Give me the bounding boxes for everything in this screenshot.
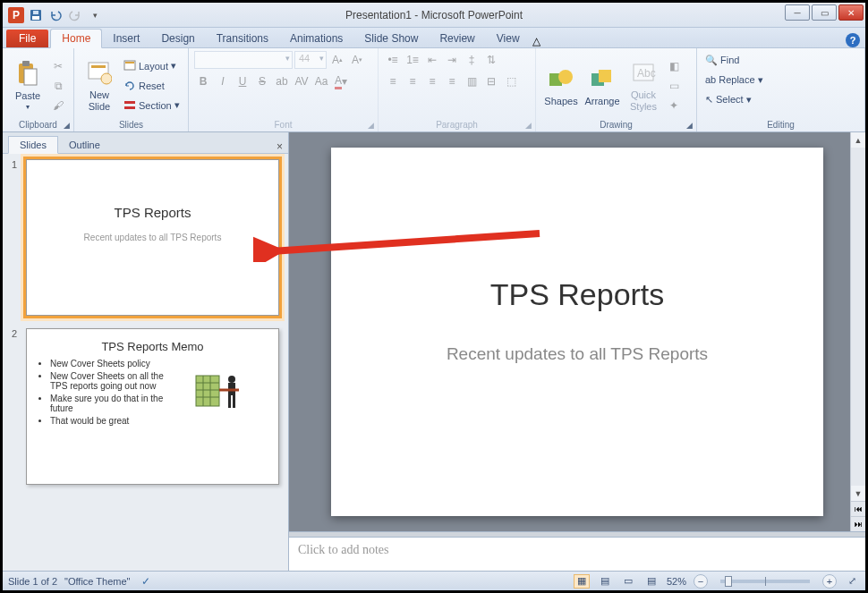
italic-icon[interactable]: I [214, 72, 232, 90]
minimize-button[interactable]: ─ [785, 4, 810, 21]
zoom-out-button[interactable]: − [694, 574, 708, 589]
ribbon: Paste ▾ ✂ ⧉ 🖌 Clipboard◢ New Slide Layou… [3, 48, 865, 132]
undo-icon[interactable] [47, 7, 64, 23]
new-slide-button[interactable]: New Slide [80, 57, 119, 113]
maximize-button[interactable]: ▭ [812, 4, 837, 21]
help-icon[interactable]: ? [846, 33, 860, 47]
reset-button[interactable]: Reset [121, 77, 183, 95]
close-button[interactable]: ✕ [838, 4, 864, 21]
numbering-icon[interactable]: 1≡ [404, 51, 421, 69]
underline-icon[interactable]: U [234, 72, 251, 90]
shadow-icon[interactable]: ab [273, 72, 291, 90]
slide-subtitle[interactable]: Recent updates to all TPS Reports [331, 344, 823, 364]
close-panel-icon[interactable]: × [277, 140, 283, 153]
thumb2-bullets: New Cover Sheets policy New Cover Sheets… [38, 359, 171, 428]
scroll-up-icon[interactable]: ▲ [851, 132, 865, 148]
thumbnail-list: 1 TPS Reports Recent updates to all TPS … [3, 154, 288, 571]
outline-tab[interactable]: Outline [58, 137, 111, 153]
tab-view[interactable]: View [486, 30, 531, 47]
spacing-icon[interactable]: AV [293, 72, 311, 90]
layout-button[interactable]: Layout ▾ [121, 57, 183, 75]
tab-insert[interactable]: Insert [102, 30, 150, 47]
replace-button[interactable]: abReplace ▾ [702, 71, 859, 89]
change-case-icon[interactable]: Aa [312, 72, 330, 90]
sorter-view-icon[interactable]: ▤ [597, 574, 613, 589]
qat-customize-icon[interactable]: ▾ [87, 7, 103, 23]
format-painter-icon[interactable]: 🖌 [49, 97, 67, 114]
text-direction-icon[interactable]: ⇅ [482, 51, 500, 69]
tab-design[interactable]: Design [150, 30, 205, 47]
thumbnail-slide-1[interactable]: TPS Reports Recent updates to all TPS Re… [26, 159, 279, 316]
tab-home[interactable]: Home [50, 29, 102, 48]
vertical-scrollbar[interactable]: ▲ ▼ ⏮ ⏭ [850, 132, 865, 531]
slides-tab[interactable]: Slides [8, 136, 58, 154]
paste-button[interactable]: Paste ▾ [8, 58, 47, 113]
reading-view-icon[interactable]: ▭ [620, 574, 636, 589]
shape-effects-icon[interactable]: ✦ [665, 97, 683, 114]
drawing-dialog-icon[interactable]: ◢ [686, 121, 693, 130]
font-dialog-icon[interactable]: ◢ [368, 121, 374, 130]
arrange-button[interactable]: Arrange [583, 64, 622, 108]
slide-canvas-area: TPS Reports Recent updates to all TPS Re… [289, 132, 865, 571]
tab-review[interactable]: Review [429, 30, 485, 47]
shape-outline-icon[interactable]: ▭ [665, 77, 683, 95]
slide-title[interactable]: TPS Reports [331, 277, 823, 312]
font-color-icon[interactable]: A▾ [332, 72, 350, 90]
shrink-font-icon[interactable]: A▾ [348, 51, 366, 69]
bullets-icon[interactable]: •≡ [384, 51, 402, 69]
prev-slide-icon[interactable]: ⏮ [851, 501, 865, 516]
find-button[interactable]: 🔍Find [702, 51, 859, 69]
redo-icon[interactable] [67, 7, 83, 23]
notes-pane[interactable]: Click to add notes [289, 537, 865, 571]
status-theme: "Office Theme" [64, 576, 130, 587]
slideshow-view-icon[interactable]: ▤ [643, 574, 660, 589]
grow-font-icon[interactable]: A▴ [328, 51, 346, 69]
increase-indent-icon[interactable]: ⇥ [443, 51, 461, 69]
zoom-level[interactable]: 52% [667, 576, 686, 587]
align-center-icon[interactable]: ≡ [404, 72, 421, 90]
zoom-in-button[interactable]: + [822, 574, 837, 589]
tab-file[interactable]: File [6, 30, 48, 47]
font-family-select[interactable] [194, 51, 293, 69]
smartart-icon[interactable]: ⬚ [502, 72, 520, 90]
current-slide[interactable]: TPS Reports Recent updates to all TPS Re… [331, 148, 823, 516]
select-button[interactable]: ↖Select ▾ [702, 90, 859, 108]
copy-icon[interactable]: ⧉ [49, 77, 67, 95]
svg-rect-2 [33, 11, 38, 14]
tab-animations[interactable]: Animations [279, 30, 353, 47]
slide-stage[interactable]: TPS Reports Recent updates to all TPS Re… [289, 132, 865, 531]
scroll-down-icon[interactable]: ▼ [851, 486, 865, 501]
tab-slideshow[interactable]: Slide Show [353, 30, 429, 47]
fit-to-window-icon[interactable]: ⤢ [844, 574, 860, 589]
align-right-icon[interactable]: ≡ [423, 72, 441, 90]
quick-styles-button[interactable]: AbcQuick Styles [624, 57, 663, 113]
save-icon[interactable] [28, 7, 44, 23]
normal-view-icon[interactable]: ▦ [574, 574, 590, 589]
paragraph-dialog-icon[interactable]: ◢ [525, 121, 532, 130]
spellcheck-icon[interactable]: ✓ [137, 572, 155, 590]
cut-icon[interactable]: ✂ [49, 57, 67, 75]
columns-icon[interactable]: ▥ [463, 72, 481, 90]
strikethrough-icon[interactable]: S [253, 72, 271, 90]
minimize-ribbon-icon[interactable]: △ [531, 35, 543, 47]
thumbnail-row-2: 2 TPS Reports Memo New Cover Sheets poli… [12, 328, 279, 485]
font-size-select[interactable]: 44 [294, 51, 327, 69]
svg-rect-11 [124, 101, 135, 104]
align-left-icon[interactable]: ≡ [384, 72, 402, 90]
zoom-handle[interactable] [725, 576, 732, 587]
shapes-button[interactable]: Shapes [541, 64, 581, 108]
align-text-icon[interactable]: ⊟ [482, 72, 500, 90]
decrease-indent-icon[interactable]: ⇤ [423, 51, 441, 69]
zoom-slider[interactable] [720, 580, 810, 583]
clipboard-dialog-icon[interactable]: ◢ [64, 121, 70, 130]
group-label-paragraph: Paragraph◢ [384, 120, 530, 131]
shape-fill-icon[interactable]: ◧ [665, 57, 683, 75]
thumbnail-slide-2[interactable]: TPS Reports Memo New Cover Sheets policy… [26, 328, 279, 485]
line-spacing-icon[interactable]: ‡ [463, 51, 481, 69]
next-slide-icon[interactable]: ⏭ [851, 516, 865, 531]
bold-icon[interactable]: B [194, 72, 212, 90]
tab-transitions[interactable]: Transitions [206, 30, 279, 47]
section-button[interactable]: Section ▾ [121, 97, 183, 114]
group-font: 44 A▴ A▾ B I U S ab AV Aa A▾ Font◢ [189, 48, 379, 131]
justify-icon[interactable]: ≡ [443, 72, 461, 90]
